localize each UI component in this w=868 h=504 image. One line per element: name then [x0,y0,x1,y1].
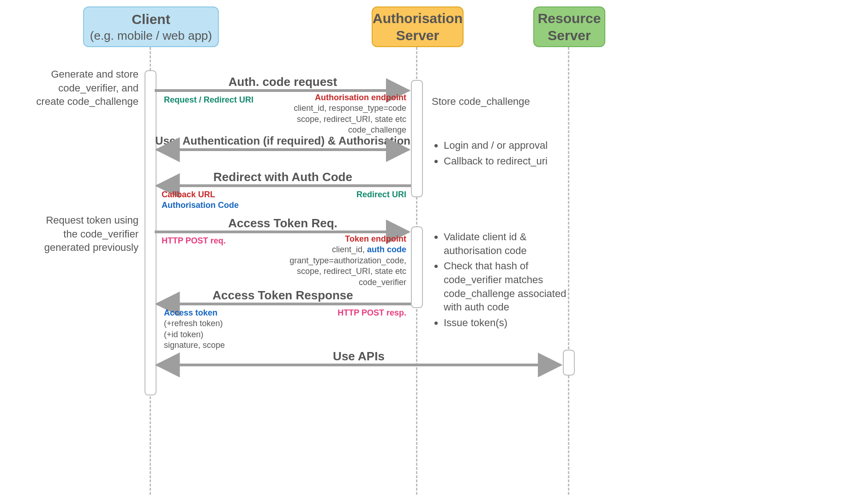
m4-right-title: Token endpoint [345,234,406,243]
left-note-generate: Generate and store code_verifier, and cr… [28,67,139,109]
activation-auth-2 [411,226,423,308]
m4-side-right-3: Issue token(s) [444,316,575,330]
m3-right-note: Redirect URI [323,189,406,200]
m5-left-2: (+refresh token) [164,319,223,328]
m3-left-2: Authorisation Code [162,200,239,210]
m4-right-l1a: client_id, [332,245,367,254]
m1-right-title: Authorisation endpoint [315,93,406,102]
m2-side-right: Login and / or approval Callback to redi… [432,139,570,170]
msg-auth-code-request: Auth. code request [155,75,411,89]
participant-res: Resource Server [533,6,605,47]
m5-left-3: (+id token) [164,330,204,339]
client-subtitle: (e.g. mobile / web app) [84,28,218,43]
m4-right-note: Token endpoint client_id, auth code gran… [272,234,406,288]
activation-auth-1 [411,80,423,197]
arrow-m6 [155,362,563,368]
m4-side-right-2: Check that hash of code_verifier matches… [444,259,575,314]
m4-right-l2: grant_type=authorization_code, [289,256,406,265]
msg-use-apis: Use APIs [155,349,563,364]
res-title: Resource [534,10,604,27]
msg-redirect-auth-code: Redirect with Auth Code [155,170,411,184]
sequence-diagram: Client (e.g. mobile / web app) Authorisa… [0,0,868,504]
auth-subtitle: Server [373,27,463,44]
m3-left-1: Callback URL [162,190,215,199]
m5-left-note: Access token (+refresh token) (+id token… [164,308,284,351]
m4-right-l4: code_verifier [359,278,406,287]
m5-left-1: Access token [164,308,217,317]
arrow-m2 [155,147,411,152]
client-title: Client [84,11,218,28]
m1-right-l1: client_id, response_type=code [294,103,406,113]
res-subtitle: Server [534,27,604,44]
m4-side-right: Validate client id & authorisation code … [432,230,575,332]
auth-title: Authorisation [373,10,463,27]
msg-user-auth: User Authentication (if required) & Auth… [155,134,411,147]
m4-right-l1b: auth code [367,245,406,254]
m5-left-4: signature, scope [164,340,225,350]
msg-access-token-resp: Access Token Response [155,288,411,303]
m3-left-note: Callback URL Authorisation Code [162,189,282,211]
m4-side-right-1: Validate client id & authorisation code [444,230,575,257]
m4-left-note: HTTP POST req. [162,236,235,246]
m1-side-right: Store code_challenge [432,95,552,109]
left-note-request-token: Request token using the code_verifier ge… [37,213,139,255]
participant-client: Client (e.g. mobile / web app) [83,6,219,47]
activation-res [563,350,575,376]
m1-right-l2: scope, redirect_URI, state etc [297,115,406,124]
arrow-m5 [155,301,411,307]
arrow-m3 [155,183,411,188]
m1-right-l3: code_challenge [348,125,406,134]
m2-side-right-1: Login and / or approval [444,139,570,152]
m2-side-right-2: Callback to redirect_uri [444,154,570,168]
participant-auth: Authorisation Server [372,6,464,47]
m1-left-note: Request / Redirect URI [164,95,256,105]
msg-access-token-req: Access Token Req. [155,216,411,231]
m1-right-note: Authorisation endpoint client_id, respon… [277,92,406,136]
m4-right-l3: scope, redirect_URI, state etc [297,267,406,276]
m5-right-note: HTTP POST resp. [323,308,406,318]
